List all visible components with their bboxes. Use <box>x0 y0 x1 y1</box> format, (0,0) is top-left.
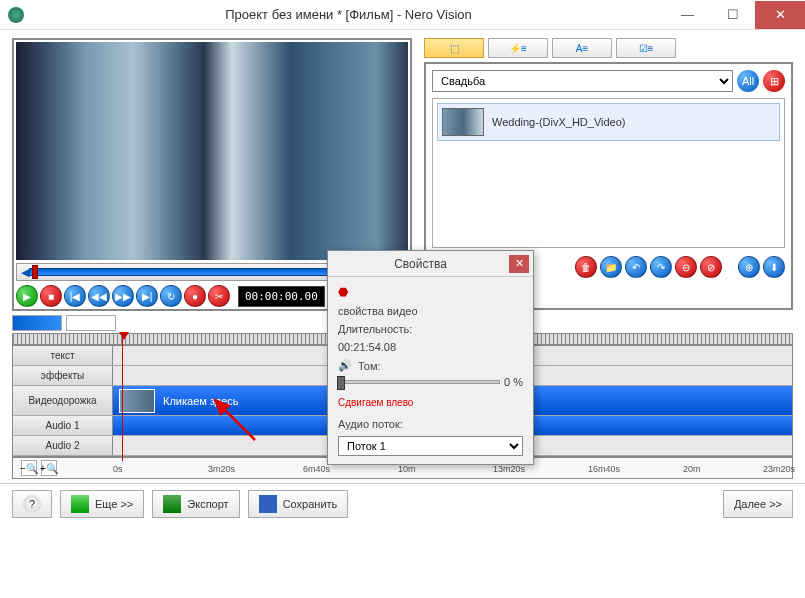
clip-hint-text: Кликаем здесь <box>163 395 238 407</box>
media-item[interactable]: Wedding-(DivX_HD_Video) <box>437 103 780 141</box>
time-mark: 0s <box>113 464 123 474</box>
window-title: Проект без имени * [Фильм] - Nero Vision <box>32 7 665 22</box>
maximize-button[interactable]: ☐ <box>710 1 755 29</box>
time-mark: 10m <box>398 464 416 474</box>
video-preview[interactable] <box>16 42 408 260</box>
media-redo-button[interactable]: ↷ <box>650 256 672 278</box>
stop-button[interactable]: ■ <box>40 285 62 307</box>
pin-icon: ⬣ <box>338 285 523 299</box>
export-button[interactable]: Экспорт <box>152 490 239 518</box>
properties-close-button[interactable]: ✕ <box>509 255 529 273</box>
playhead-icon <box>119 332 129 340</box>
minimize-button[interactable]: — <box>665 1 710 29</box>
media-import-button[interactable]: ⬇ <box>763 256 785 278</box>
track-label-effects: эффекты <box>13 366 113 385</box>
tab-list[interactable]: ☑≡ <box>616 38 676 58</box>
timeline-tab-1[interactable] <box>12 315 62 331</box>
time-mark: 6m40s <box>303 464 330 474</box>
media-list: Wedding-(DivX_HD_Video) <box>432 98 785 248</box>
loop-button[interactable]: ↻ <box>160 285 182 307</box>
play-button[interactable]: ▶ <box>16 285 38 307</box>
duration-value: 00:21:54.08 <box>338 341 523 353</box>
properties-section: свойства видео <box>338 305 523 317</box>
next-button[interactable]: Далее >> <box>723 490 793 518</box>
timecode-display: 00:00:00.00 <box>238 286 325 307</box>
help-button[interactable]: ? <box>12 490 52 518</box>
track-label-audio2: Audio 2 <box>13 436 113 455</box>
more-button[interactable]: Еще >> <box>60 490 144 518</box>
zoom-in-button[interactable]: +🔍 <box>41 460 57 476</box>
category-select[interactable]: Свадьба <box>432 70 733 92</box>
cut-button[interactable]: ✂ <box>208 285 230 307</box>
properties-title: Свойства <box>332 257 509 271</box>
zoom-out-button[interactable]: −🔍 <box>21 460 37 476</box>
media-stop-button[interactable]: ⊘ <box>700 256 722 278</box>
media-add-button[interactable]: ⊕ <box>738 256 760 278</box>
properties-dialog: Свойства ✕ ⬣ свойства видео Длительность… <box>327 250 534 465</box>
clip-thumbnail <box>119 389 155 413</box>
media-grid-button[interactable]: ⊞ <box>763 70 785 92</box>
slider-hint: Сдвигаем влево <box>338 397 413 408</box>
media-tabs: ⬚ ⚡≡ A≡ ☑≡ <box>424 38 793 58</box>
playhead-line <box>122 333 123 461</box>
media-undo-button[interactable]: ↶ <box>625 256 647 278</box>
media-item-name: Wedding-(DivX_HD_Video) <box>492 116 626 128</box>
tab-text[interactable]: A≡ <box>552 38 612 58</box>
media-all-button[interactable]: All <box>737 70 759 92</box>
tab-media[interactable]: ⬚ <box>424 38 484 58</box>
rewind-button[interactable]: ◀◀ <box>88 285 110 307</box>
audio-stream-select[interactable]: Поток 1 <box>338 436 523 456</box>
title-bar: Проект без имени * [Фильм] - Nero Vision… <box>0 0 805 30</box>
media-open-button[interactable]: 📁 <box>600 256 622 278</box>
time-mark: 13m20s <box>493 464 525 474</box>
volume-slider[interactable] <box>338 380 500 384</box>
timeline-tab-2[interactable] <box>66 315 116 331</box>
time-mark: 3m20s <box>208 464 235 474</box>
volume-value: 0 % <box>504 376 523 388</box>
media-delete-button[interactable]: 🗑 <box>575 256 597 278</box>
next-button[interactable]: ▶| <box>136 285 158 307</box>
time-mark: 23m20s <box>763 464 795 474</box>
audio-stream-label: Аудио поток: <box>338 418 523 430</box>
time-mark: 20m <box>683 464 701 474</box>
volume-icon: 🔊 <box>338 359 352 372</box>
media-thumbnail <box>442 108 484 136</box>
save-button[interactable]: Сохранить <box>248 490 349 518</box>
bottom-bar: ? Еще >> Экспорт Сохранить Далее >> <box>0 483 805 524</box>
volume-label: Том: <box>358 360 381 372</box>
prev-button[interactable]: |◀ <box>64 285 86 307</box>
close-button[interactable]: ✕ <box>755 1 805 29</box>
media-remove-button[interactable]: ⊖ <box>675 256 697 278</box>
forward-button[interactable]: ▶▶ <box>112 285 134 307</box>
time-mark: 16m40s <box>588 464 620 474</box>
tab-effects[interactable]: ⚡≡ <box>488 38 548 58</box>
app-icon <box>8 7 24 23</box>
track-label-text: текст <box>13 346 113 365</box>
track-label-audio1: Audio 1 <box>13 416 113 435</box>
track-label-video: Видеодорожка <box>13 386 113 415</box>
record-button[interactable]: ● <box>184 285 206 307</box>
duration-label: Длительность: <box>338 323 523 335</box>
